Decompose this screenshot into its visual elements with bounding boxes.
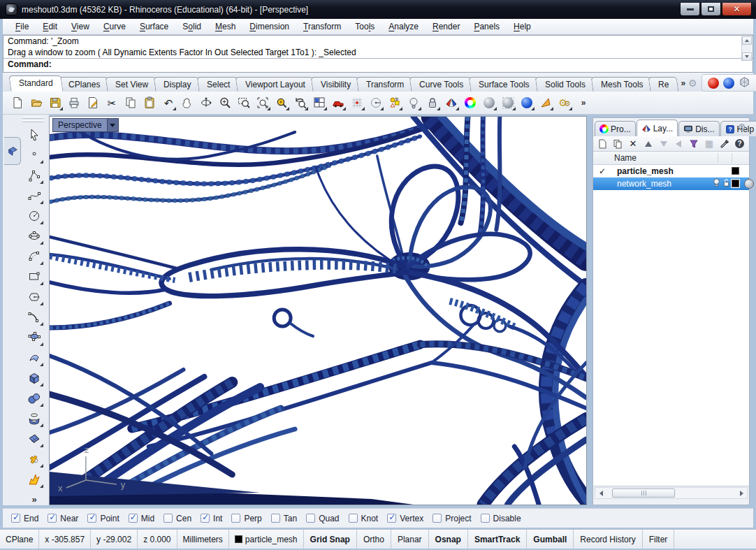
menu-item[interactable]: Tools (348, 20, 381, 33)
layer-color-swatch[interactable] (732, 180, 739, 187)
rotate-view-icon[interactable] (197, 94, 215, 112)
cut-icon[interactable]: ✂ (103, 94, 121, 112)
explode-puzzle-tool[interactable] (24, 449, 45, 469)
handle-curve-tool[interactable] (24, 307, 45, 327)
toolbar-overflow-chevron[interactable]: » (574, 94, 593, 112)
delete-layer-icon[interactable]: ✕ (627, 138, 640, 150)
lock-icon[interactable] (423, 94, 442, 112)
new-file-icon[interactable] (8, 94, 27, 112)
surface-patch-tool[interactable] (24, 327, 45, 347)
move-left-icon[interactable] (672, 138, 685, 150)
menu-item[interactable]: Panels (467, 20, 507, 33)
rendered-sphere-icon[interactable] (518, 94, 536, 112)
toolbar-tab[interactable]: Visibility (310, 77, 361, 92)
toolbar-tab[interactable]: Solid Tools (535, 77, 595, 92)
shaded-sphere-icon[interactable] (480, 94, 498, 112)
arc-tool[interactable] (24, 246, 45, 266)
layer-visibility-bulb-icon[interactable] (713, 178, 720, 189)
menu-item[interactable]: View (64, 20, 96, 33)
osnap-toggle[interactable]: End (11, 514, 38, 523)
osnap-toggle[interactable]: Point (87, 514, 119, 523)
osnap-label[interactable]: Mid (141, 514, 154, 523)
command-prompt[interactable]: Command: (3, 58, 753, 70)
menu-item[interactable]: Render (426, 20, 467, 33)
osnap-toggle[interactable]: Perp (231, 514, 261, 523)
toolbar-tab[interactable]: Standard (8, 75, 63, 92)
toolbar-tab[interactable]: Re (648, 77, 679, 92)
menu-item[interactable]: Help (507, 20, 538, 33)
osnap-label[interactable]: Quad (319, 514, 339, 523)
tab-properties[interactable]: Pro... (595, 121, 636, 136)
options-gears-icon[interactable]: ⚙⚙ (555, 94, 574, 112)
copy-layer-icon[interactable] (611, 138, 625, 150)
osnap-label[interactable]: Int (213, 514, 222, 523)
menu-item[interactable]: Mesh (208, 20, 242, 33)
osnap-label[interactable]: Knot (361, 514, 379, 523)
tab-gear-icon[interactable]: ⚙ (688, 78, 697, 89)
toolbar-tab[interactable]: CPlanes (58, 77, 110, 92)
layer-pie-icon[interactable] (442, 94, 460, 112)
pan-hand-icon[interactable] (178, 94, 196, 112)
toolbar-tab[interactable]: Display (154, 77, 201, 92)
menu-item[interactable]: Transform (296, 20, 348, 33)
zoom-window-icon[interactable] (235, 94, 253, 112)
status-pane[interactable]: Gumball (527, 530, 574, 549)
tab-layers[interactable]: Lay... (637, 120, 678, 136)
command-scrollbar[interactable] (741, 36, 752, 61)
left-toolbar-overflow[interactable]: » (24, 489, 45, 509)
toolbar-tab[interactable]: Viewport Layout (235, 77, 315, 92)
osnap-toggle[interactable]: Project (432, 514, 471, 523)
status-segment[interactable]: y -29.002 (91, 530, 138, 549)
checkbox-icon[interactable] (129, 514, 138, 523)
print-icon[interactable] (65, 94, 83, 112)
osnap-toggle[interactable]: Vertex (387, 514, 423, 523)
osnap-toggle[interactable]: Int (201, 514, 222, 523)
annotate-icon[interactable] (84, 94, 102, 112)
table-icon[interactable]: ▦ (703, 138, 716, 150)
curve-tool[interactable] (24, 185, 45, 205)
docked-panel-tab[interactable] (4, 137, 21, 165)
orange-cone-pointer-icon[interactable] (537, 94, 555, 112)
lamp-icon[interactable] (405, 94, 423, 112)
menu-item[interactable]: Surface (133, 20, 175, 33)
osnap-toggle[interactable]: Cen (163, 514, 191, 523)
status-pane[interactable]: Ortho (357, 530, 391, 549)
viewport-layout-icon[interactable] (310, 94, 328, 112)
rectangle-tool[interactable] (24, 266, 45, 287)
close-button[interactable]: ✕ (722, 3, 752, 16)
save-icon[interactable] (46, 94, 64, 112)
tools-icon[interactable] (718, 138, 731, 150)
osnap-label[interactable]: Vertex (400, 514, 423, 523)
status-segment[interactable]: z 0.000 (138, 530, 177, 549)
menu-item[interactable]: File (8, 20, 36, 33)
curved-surface-tool[interactable] (24, 347, 45, 368)
minimize-button[interactable] (680, 3, 700, 16)
name-column-header[interactable]: Name (614, 153, 637, 163)
viewport-3d-mesh[interactable]: z x y (50, 117, 586, 505)
osnap-label[interactable]: Point (100, 514, 119, 523)
undo-icon[interactable]: ↶ (159, 94, 177, 112)
panel-gear-icon[interactable]: ⚙ (737, 122, 746, 133)
toolbar-tab[interactable]: Mesh Tools (590, 77, 653, 92)
status-pane[interactable]: SmartTrack (468, 530, 527, 549)
spheres-tool[interactable] (24, 388, 45, 408)
scrollbar-thumb[interactable] (612, 489, 675, 498)
ellipse-tool[interactable] (24, 226, 45, 246)
toolbar-tab[interactable]: Select (196, 77, 240, 92)
checkbox-icon[interactable] (87, 514, 96, 523)
polyline-tool[interactable] (24, 165, 45, 185)
osnap-label[interactable]: Disable (493, 514, 521, 523)
checkbox-icon[interactable] (231, 514, 240, 523)
checkbox-icon[interactable] (11, 514, 20, 523)
layer-row[interactable]: ✓ network_mesh (593, 178, 749, 190)
toolbar-tab[interactable]: Surface Tools (469, 77, 539, 92)
status-pane[interactable]: Osnap (429, 530, 468, 549)
status-segment[interactable]: x -305.857 (39, 530, 91, 549)
scroll-up-icon[interactable] (742, 36, 752, 45)
circle-tool[interactable] (24, 205, 45, 226)
status-pane[interactable]: Grid Snap (304, 530, 357, 549)
viewport-title-label[interactable]: Perspective (53, 119, 107, 131)
tab-display[interactable]: Dis... (678, 121, 719, 136)
viewport-title[interactable]: Perspective (52, 118, 119, 132)
scroll-left-icon[interactable] (595, 488, 606, 498)
